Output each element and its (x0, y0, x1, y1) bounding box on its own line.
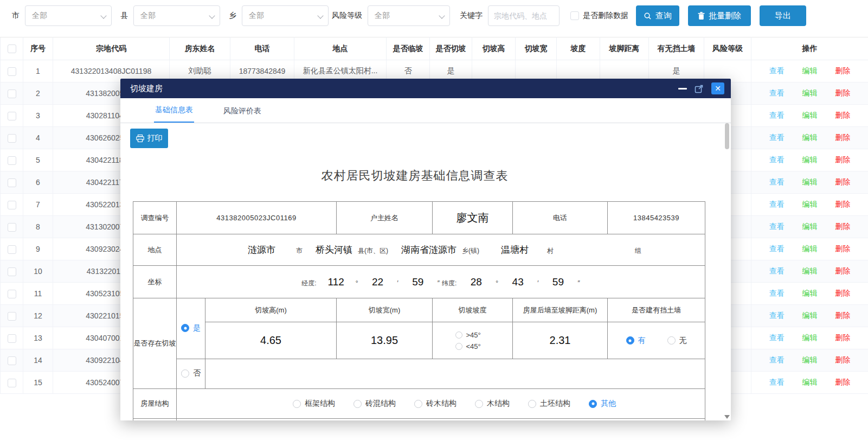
row-checkbox[interactable] (8, 379, 16, 387)
edit-link[interactable]: 编辑 (802, 111, 818, 120)
view-link[interactable]: 查看 (769, 244, 785, 254)
deleted-data-checkbox[interactable] (570, 11, 579, 20)
latitude-min: 43 (500, 276, 535, 288)
view-link[interactable]: 查看 (769, 289, 785, 298)
row-checkbox[interactable] (8, 334, 16, 343)
view-link[interactable]: 查看 (769, 378, 785, 387)
row-checkbox[interactable] (8, 90, 16, 98)
view-link[interactable]: 查看 (769, 355, 785, 365)
view-link[interactable]: 查看 (769, 222, 785, 232)
delete-link[interactable]: 删除 (835, 200, 850, 209)
tab-basic-info[interactable]: 基础信息表 (154, 105, 194, 123)
delete-link[interactable]: 删除 (835, 378, 850, 387)
structure-option-label: 砖混结构 (365, 399, 396, 409)
row-checkbox[interactable] (8, 178, 16, 187)
wall-no-option[interactable]: 无 (667, 336, 687, 346)
edit-link[interactable]: 编辑 (802, 311, 818, 321)
delete-link[interactable]: 删除 (835, 111, 850, 120)
edit-link[interactable]: 编辑 (802, 133, 818, 143)
delete-link[interactable]: 删除 (835, 133, 850, 143)
row-checkbox[interactable] (8, 112, 16, 120)
tab-risk-evaluation[interactable]: 风险评价表 (222, 106, 262, 123)
risk-level-select[interactable]: 全部 (368, 5, 450, 26)
row-checkbox[interactable] (8, 67, 16, 76)
structure-option-brick-concrete[interactable]: 砖混结构 (353, 399, 396, 409)
row-checkbox[interactable] (8, 245, 16, 254)
structure-option-frame[interactable]: 框架结构 (293, 399, 335, 409)
delete-link[interactable]: 删除 (835, 289, 850, 298)
wall-yes-option[interactable]: 有 (626, 336, 646, 346)
edit-link[interactable]: 编辑 (802, 355, 818, 365)
select-all-checkbox[interactable] (8, 44, 16, 53)
structure-option-wood[interactable]: 木结构 (475, 399, 510, 409)
latitude-sec: 59 (541, 276, 575, 288)
batch-delete-button[interactable]: 批量删除 (688, 5, 751, 26)
view-link[interactable]: 查看 (769, 266, 785, 276)
delete-link[interactable]: 删除 (835, 333, 850, 343)
scrollbar-thumb[interactable] (725, 123, 729, 149)
scrollbar-down-arrow-icon[interactable] (724, 415, 730, 419)
close-button[interactable]: ✕ (711, 82, 724, 94)
delete-link[interactable]: 删除 (835, 177, 850, 187)
row-checkbox[interactable] (8, 223, 16, 232)
slope-gt45-option[interactable]: >45° (455, 331, 481, 339)
edit-link[interactable]: 编辑 (802, 88, 818, 98)
row-checkbox[interactable] (8, 134, 16, 143)
print-button[interactable]: 打印 (130, 129, 168, 148)
minimize-button[interactable] (678, 88, 687, 90)
delete-link[interactable]: 删除 (835, 266, 850, 276)
maximize-button[interactable] (695, 84, 704, 93)
edit-link[interactable]: 编辑 (802, 266, 818, 276)
row-checkbox[interactable] (8, 201, 16, 209)
cut-slope-no-option[interactable]: 否 (181, 368, 201, 378)
row-checkbox[interactable] (8, 312, 16, 321)
structure-option-brick-wood[interactable]: 砖木结构 (414, 399, 456, 409)
cell-no: 4 (23, 127, 53, 149)
county-select[interactable]: 全部 (133, 5, 220, 26)
edit-link[interactable]: 编辑 (802, 66, 818, 76)
slope-lt45-option[interactable]: <45° (455, 342, 481, 350)
keyword-input[interactable] (488, 5, 560, 26)
delete-link[interactable]: 删除 (835, 155, 850, 165)
city-select[interactable]: 全部 (25, 5, 112, 26)
printer-icon (136, 135, 144, 142)
delete-link[interactable]: 删除 (835, 355, 850, 365)
delete-link[interactable]: 删除 (835, 311, 850, 321)
edit-link[interactable]: 编辑 (802, 289, 818, 298)
edit-link[interactable]: 编辑 (802, 378, 818, 387)
view-link[interactable]: 查看 (769, 333, 785, 343)
delete-link[interactable]: 删除 (835, 244, 850, 254)
structure-option-other[interactable]: 其他 (589, 399, 616, 409)
view-link[interactable]: 查看 (769, 111, 785, 120)
export-button[interactable]: 导出 (760, 5, 806, 26)
edit-link[interactable]: 编辑 (802, 333, 818, 343)
delete-link[interactable]: 删除 (835, 222, 850, 232)
edit-link[interactable]: 编辑 (802, 244, 818, 254)
structure-option-adobe[interactable]: 土坯结构 (528, 399, 570, 409)
cell-no: 7 (23, 194, 53, 216)
coordinates-line: 经度: 112 ° 22 ′ 59 ″ 纬度: 28 ° 43 ′ 59 ″ (177, 276, 705, 288)
survey-form-table: 调查编号 431382005023JC01169 户主姓名 廖文南 电话 138… (133, 201, 705, 420)
query-button[interactable]: 查询 (636, 5, 679, 26)
view-link[interactable]: 查看 (769, 66, 785, 76)
row-checkbox[interactable] (8, 267, 16, 276)
edit-link[interactable]: 编辑 (802, 222, 818, 232)
edit-link[interactable]: 编辑 (802, 177, 818, 187)
view-link[interactable]: 查看 (769, 200, 785, 209)
delete-link[interactable]: 删除 (835, 88, 850, 98)
township-select[interactable]: 全部 (242, 5, 329, 26)
row-checkbox[interactable] (8, 356, 16, 365)
view-link[interactable]: 查看 (769, 133, 785, 143)
modal-scrollbar[interactable] (724, 120, 730, 412)
view-link[interactable]: 查看 (769, 177, 785, 187)
view-link[interactable]: 查看 (769, 311, 785, 321)
delete-link[interactable]: 删除 (835, 66, 850, 76)
row-checkbox[interactable] (8, 156, 16, 165)
cut-slope-yes-option[interactable]: 是 (181, 323, 201, 333)
edit-link[interactable]: 编辑 (802, 155, 818, 165)
edit-link[interactable]: 编辑 (802, 200, 818, 209)
slope-gt45-label: >45° (466, 331, 481, 339)
row-checkbox[interactable] (8, 290, 16, 298)
view-link[interactable]: 查看 (769, 88, 785, 98)
view-link[interactable]: 查看 (769, 155, 785, 165)
